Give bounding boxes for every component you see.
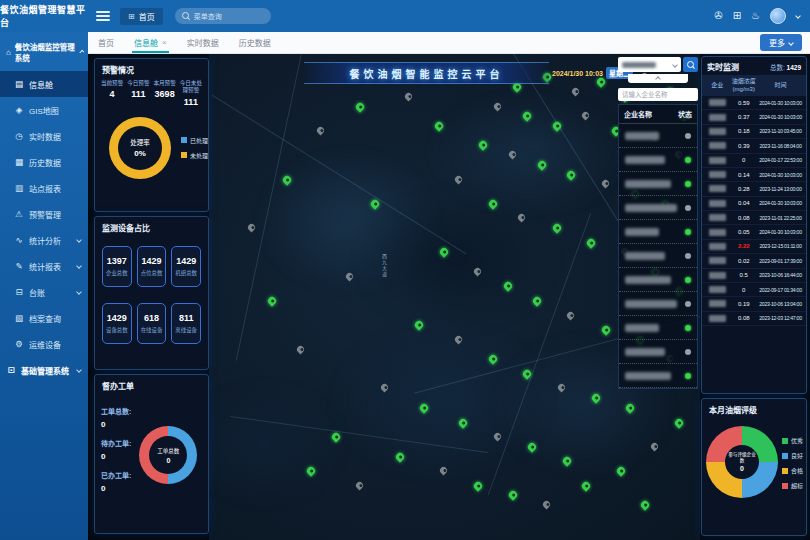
sidebar-item-ledger[interactable]: ⊟台账 <box>0 279 88 305</box>
company-row[interactable] <box>619 196 697 220</box>
company-row[interactable] <box>619 220 697 244</box>
hot-notification-icon[interactable]: ♨ <box>751 11 760 21</box>
tab-info-cabin[interactable]: 信息舱× <box>124 32 177 53</box>
map-pin-online[interactable] <box>600 324 611 335</box>
apps-grid-icon[interactable]: ⊞ <box>733 11 741 21</box>
map-pin-online[interactable] <box>639 499 650 510</box>
user-avatar[interactable] <box>770 8 786 24</box>
sidebar-item-station-report[interactable]: ▥站点报表 <box>0 175 88 201</box>
sidebar-item-info-cabin[interactable]: ▤信息舱 <box>0 71 88 97</box>
map-pin-online[interactable] <box>580 480 591 491</box>
realtime-row: 0.282023-11-24 13:00:00 <box>702 182 806 196</box>
topbar-actions: ✇⊞♨ <box>714 8 810 24</box>
sidebar-item-archive-query[interactable]: ▧档案查询 <box>0 305 88 331</box>
more-button[interactable]: 更多 <box>760 34 802 51</box>
map-pin-online[interactable] <box>674 417 685 428</box>
gis-map-icon: ◈ <box>14 105 24 115</box>
workorder-donut-value: 0 <box>166 457 170 464</box>
tab-home[interactable]: 首页 <box>88 32 124 53</box>
theme-icon[interactable]: ✇ <box>714 11 722 21</box>
map-pin-offline[interactable] <box>247 223 257 233</box>
company-row[interactable] <box>619 340 697 364</box>
legend-item[interactable]: 超标 <box>782 481 803 490</box>
company-row[interactable] <box>619 172 697 196</box>
map-pin-offline[interactable] <box>296 344 306 354</box>
sidebar-item-realtime-data[interactable]: ◷实时数据 <box>0 123 88 149</box>
sidebar-item-gis-map[interactable]: ◈GIS地图 <box>0 97 88 123</box>
company-row[interactable] <box>619 244 697 268</box>
company-row[interactable] <box>619 268 697 292</box>
company-list-collapse-button[interactable] <box>628 74 688 83</box>
legend-item[interactable]: 已处理 <box>181 136 208 145</box>
sidebar-section-monitoring-system[interactable]: ⌂ 餐饮油烟监控管理系统 <box>0 32 88 71</box>
map-pin-online[interactable] <box>585 237 596 248</box>
tabbar: 首页信息舱×实时数据历史数据 更多 <box>88 32 810 54</box>
status-dot-online <box>685 181 691 187</box>
redacted-company-name <box>625 252 665 260</box>
legend-item[interactable]: 合格 <box>782 466 803 475</box>
concentration-value: 0.14 <box>732 172 756 178</box>
realtime-row: 02024-01-17 22:53:00 <box>702 154 806 168</box>
map-pin-online[interactable] <box>472 480 483 491</box>
map-pin-offline[interactable] <box>316 125 326 135</box>
realtime-row: 0.082023-12-03 12:47:00 <box>702 312 806 326</box>
legend-item[interactable]: 优秀 <box>782 436 803 445</box>
company-row[interactable] <box>619 148 697 172</box>
company-group-select[interactable] <box>618 57 681 72</box>
map-pin-offline[interactable] <box>566 310 576 320</box>
reading-time: 2023-12-03 12:47:00 <box>756 315 805 321</box>
redacted-company-name <box>625 372 671 380</box>
device-stat-box: 811离线设备 <box>171 303 201 344</box>
company-row[interactable] <box>619 364 697 388</box>
map-pin-online[interactable] <box>355 101 366 112</box>
gis-map-canvas[interactable]: 西九大道 餐饮油烟智能监控云平台 2024/1/30 10:03 星期二 <box>209 54 700 540</box>
status-dot-online <box>685 157 691 163</box>
breadcrumb-home[interactable]: ⊞ 首页 <box>120 8 163 25</box>
tab-history-data[interactable]: 历史数据 <box>229 32 281 53</box>
realtime-panel-title: 实时监测 <box>707 61 739 72</box>
map-pin-online[interactable] <box>266 295 277 306</box>
redacted-company-name <box>709 157 726 164</box>
menu-search-box <box>175 8 271 24</box>
concentration-value: 2.22 <box>732 243 756 249</box>
company-row[interactable] <box>619 292 697 316</box>
map-pin-offline[interactable] <box>541 500 551 510</box>
redacted-company-name <box>709 257 726 264</box>
map-pin-offline[interactable] <box>571 87 581 97</box>
device-stat-value: 1397 <box>104 256 130 266</box>
sidebar-item-ops-device[interactable]: ⚙运维设备 <box>0 331 88 357</box>
company-row[interactable] <box>619 316 697 340</box>
redacted-company-name <box>709 315 726 322</box>
company-col-name: 企业名称 <box>624 109 652 119</box>
sidebar-item-history-data[interactable]: ▦历史数据 <box>0 149 88 175</box>
user-menu-chevron-icon[interactable] <box>795 13 801 19</box>
company-row[interactable] <box>619 124 697 148</box>
sidebar-item-base-management[interactable]: ⊡基础管理系统 <box>0 357 88 383</box>
workorder-donut-chart: 工单总数 0 <box>139 426 197 484</box>
tab-label: 首页 <box>98 37 114 48</box>
sidebar-item-label: 基础管理系统 <box>21 365 69 376</box>
close-tab-icon[interactable]: × <box>162 38 167 47</box>
sidebar-item-stat-analysis[interactable]: ∿统计分析 <box>0 227 88 253</box>
tab-realtime-data[interactable]: 实时数据 <box>177 32 229 53</box>
workorder-panel-title: 督办工单 <box>95 375 208 394</box>
device-stat-label: 点位总数 <box>139 269 165 277</box>
hamburger-menu-icon[interactable] <box>96 11 110 21</box>
company-search-button[interactable] <box>683 57 698 72</box>
menu-search-input[interactable] <box>194 13 264 20</box>
archive-query-icon: ▧ <box>14 313 24 323</box>
legend-item[interactable]: 未处理 <box>181 151 208 160</box>
sidebar-item-alarm-management[interactable]: ⚠预警管理 <box>0 201 88 227</box>
map-pin-online[interactable] <box>507 490 518 501</box>
map-pin-offline[interactable] <box>404 91 414 101</box>
redacted-company-name <box>625 156 665 164</box>
map-pin-offline[interactable] <box>355 480 365 490</box>
redacted-company-name <box>625 132 659 140</box>
map-pin-online[interactable] <box>551 222 562 233</box>
legend-item[interactable]: 良好 <box>782 451 803 460</box>
company-name-input[interactable] <box>618 88 698 101</box>
alert-stat-label: 本月预警 <box>152 80 178 87</box>
sidebar-item-stat-report[interactable]: ✎统计报表 <box>0 253 88 279</box>
process-rate-label: 处理率 <box>130 137 150 147</box>
realtime-row: 0.192023-10-06 13:04:00 <box>702 297 806 311</box>
